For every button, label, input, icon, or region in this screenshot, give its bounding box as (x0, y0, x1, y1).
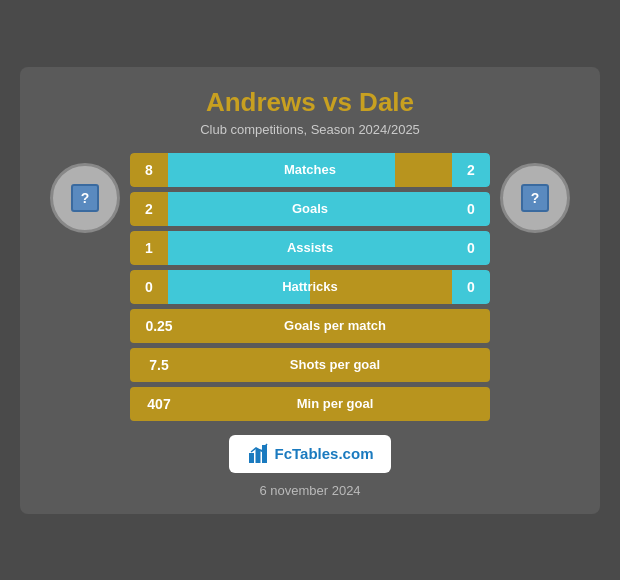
left-avatar-placeholder: ? (71, 184, 99, 212)
stats-area: 8Matches22Goals01Assists00Hattricks00.25… (130, 153, 490, 421)
date-text: 6 november 2024 (40, 483, 580, 498)
brand-box: FcTables.com (229, 435, 392, 473)
stat-center: Assists (168, 231, 452, 265)
stat-single-value: 7.5 (130, 348, 180, 382)
stat-label: Hattricks (168, 270, 452, 304)
stat-right-value: 0 (452, 270, 490, 304)
stat-single-value: 407 (130, 387, 180, 421)
content-area: ? 8Matches22Goals01Assists00Hattricks00.… (40, 153, 580, 421)
stat-left-value: 8 (130, 153, 168, 187)
left-avatar-circle: ? (50, 163, 120, 233)
brand-tables: Tables.com (292, 445, 373, 462)
svg-rect-0 (249, 453, 254, 463)
stat-row: 2Goals0 (130, 192, 490, 226)
svg-rect-1 (255, 449, 260, 463)
stat-row: 8Matches2 (130, 153, 490, 187)
brand-fc: Fc (275, 445, 293, 462)
stat-left-value: 1 (130, 231, 168, 265)
avatar-right: ? (490, 153, 580, 233)
stat-left-value: 0 (130, 270, 168, 304)
stat-row: 0.25Goals per match (130, 309, 490, 343)
stat-right-value: 0 (452, 231, 490, 265)
page-title: Andrews vs Dale (40, 87, 580, 118)
stat-row: 407Min per goal (130, 387, 490, 421)
stat-row: 0Hattricks0 (130, 270, 490, 304)
stat-label: Min per goal (180, 396, 490, 411)
stat-label: Goals (168, 192, 452, 226)
brand-text: FcTables.com (275, 445, 374, 462)
stat-row: 7.5Shots per goal (130, 348, 490, 382)
stat-row: 1Assists0 (130, 231, 490, 265)
avatar-left: ? (40, 153, 130, 233)
stat-center: Matches (168, 153, 452, 187)
stat-right-value: 0 (452, 192, 490, 226)
brand-icon (247, 443, 269, 465)
subtitle: Club competitions, Season 2024/2025 (40, 122, 580, 137)
stat-label: Matches (168, 153, 452, 187)
header: Andrews vs Dale Club competitions, Seaso… (40, 87, 580, 137)
stat-center: Goals (168, 192, 452, 226)
right-avatar-circle: ? (500, 163, 570, 233)
branding: FcTables.com (40, 435, 580, 473)
stat-label: Assists (168, 231, 452, 265)
stat-right-value: 2 (452, 153, 490, 187)
right-avatar-placeholder: ? (521, 184, 549, 212)
stat-center: Hattricks (168, 270, 452, 304)
stat-label: Shots per goal (180, 357, 490, 372)
stat-label: Goals per match (180, 318, 490, 333)
main-card: Andrews vs Dale Club competitions, Seaso… (20, 67, 600, 514)
stat-left-value: 2 (130, 192, 168, 226)
stat-single-value: 0.25 (130, 309, 180, 343)
